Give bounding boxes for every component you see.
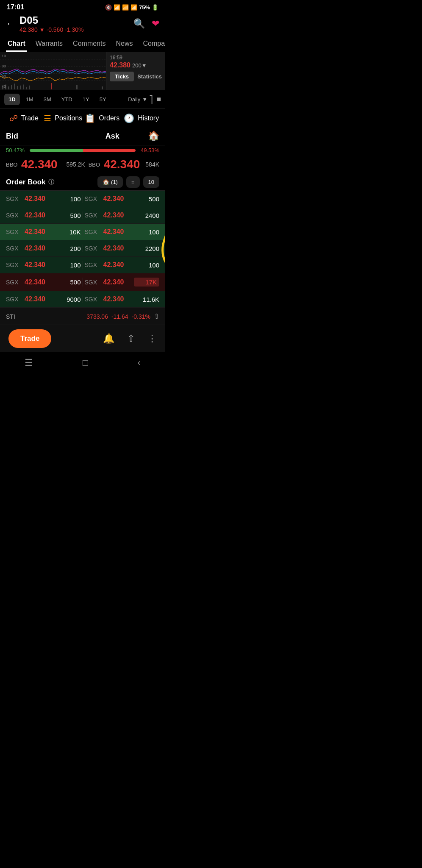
positions-action[interactable]: ☰ Positions [44,113,83,123]
status-time: 17:01 [7,3,24,11]
chart-grid-icon[interactable]: ■ [156,95,161,104]
search-icon[interactable]: 🔍 [133,18,145,29]
bid-price: 42.340 [25,278,56,286]
bid-qty: 500 [56,278,81,286]
period-1d[interactable]: 1D [4,94,20,105]
positions-icon: ☰ [44,113,51,123]
tab-company[interactable]: Company [141,36,165,52]
svg-rect-10 [20,86,21,89]
ask-exchange: SGX [85,228,103,235]
battery-pct: 75% [139,4,150,11]
status-icons: 🔇 📶 📶 📶 75% 🔋 [105,4,158,11]
sliders-icon: ≡ [131,179,135,185]
nav-tabs: Chart Warrants Comments News Company [0,36,165,52]
table-row: SGX 42.340 500 SGX 42.340 2400 [0,207,165,224]
chart-panel: 16:59 42.380 200▼ Ticks Statistics [106,52,165,90]
bid-price: 42.340 [25,195,56,203]
orders-icon: 📋 [85,113,95,123]
bid-pct: 50.47% [6,147,28,153]
bottom-nav-icons: 🔔 ⇧ ⋮ [51,333,157,344]
back-button-sys[interactable]: ‹ [137,357,140,368]
tab-chart[interactable]: Chart [6,36,27,52]
table-row: SGX 42.340 100 SGX 42.340 100 [0,257,165,273]
ask-label: Ask [77,132,148,141]
period-ytd[interactable]: YTD [57,94,77,105]
bid-exchange: SGX [6,245,25,252]
recents-button[interactable]: ☰ [25,357,33,368]
chart-canvas[interactable]: 10 80 60 40 30 [0,52,106,90]
bbo-row: BBO 42.340 595.2K BBO 42.340 584K [0,155,165,174]
bid-qty: 200 [56,245,81,252]
svg-rect-9 [17,86,18,89]
trade-button[interactable]: Trade [8,329,51,348]
period-1y[interactable]: 1Y [78,94,94,105]
bid-qty: 100 [56,195,81,203]
bank-small-icon: 🏠 [103,179,109,185]
info-icon[interactable]: ⓘ [48,178,54,186]
tab-comments[interactable]: Comments [71,36,107,52]
ask-qty: 100 [134,262,159,269]
chart-line-icon[interactable]: ⎤ [149,95,153,104]
tab-news[interactable]: News [114,36,134,52]
depth-button[interactable]: 10 [143,176,159,188]
order-book-title: Order Book ⓘ [6,178,97,186]
trade-action[interactable]: ☍ Trade [4,113,44,123]
ask-qty: 17K [134,278,159,287]
system-nav: ☰ □ ‹ [0,352,165,372]
settings-button[interactable]: ≡ [126,176,140,188]
sti-expand-icon[interactable]: ⇧ [154,312,159,320]
back-button[interactable]: ← [6,18,15,29]
ask-exchange: SGX [85,195,103,202]
period-row: 1D 1M 3M YTD 1Y 5Y Daily▼ ⎤ ■ [0,90,165,109]
sti-change: -11.64 [111,313,128,320]
bank-icon[interactable]: 🏠 [148,131,159,142]
history-action[interactable]: 🕐 History [122,113,161,123]
svg-rect-8 [14,83,15,89]
bid-exchange: SGX [6,262,25,268]
bbo-ask-vol: 584K [145,161,159,168]
chart-vol-display: 200▼ [132,62,147,69]
ask-pct: 49.53% [137,147,159,153]
table-row: SGX 42.340 500 SGX 42.340 17K [0,273,165,291]
chart-ylabels: 10 80 60 40 30 [2,54,6,90]
order-book-controls: 🏠 (1) ≡ 10 [97,176,159,188]
bid-exchange: SGX [6,296,25,303]
bid-exchange: SGX [6,212,25,219]
bid-exchange: SGX [6,195,25,202]
favorite-icon[interactable]: ❤ [152,18,159,29]
period-3m[interactable]: 3M [39,94,56,105]
bid-price: 42.340 [25,228,56,236]
svg-rect-7 [11,85,12,89]
svg-rect-16 [102,86,103,89]
ask-exchange: SGX [85,245,103,252]
period-1m[interactable]: 1M [22,94,38,105]
ticks-stats-row: Ticks Statistics [110,72,162,81]
alert-icon[interactable]: 🔔 [103,333,114,344]
bbo-bid-price: 42.340 [21,158,63,171]
ticker-name: D05 [19,14,83,26]
statistics-button[interactable]: Statistics [137,72,162,81]
ask-exchange: SGX [85,296,103,303]
tab-warrants[interactable]: Warrants [34,36,64,52]
ticks-button[interactable]: Ticks [110,72,134,81]
ask-price: 42.340 [103,245,134,252]
ask-price: 42.340 [103,228,134,236]
bid-ask-header: Bid Ask 🏠 [0,127,165,145]
ask-qty: 2400 [134,212,159,219]
ask-price: 42.340 [103,278,134,286]
ask-qty: 100 [134,228,159,236]
period-daily[interactable]: Daily▼ [128,96,147,103]
ask-qty: 500 [134,195,159,203]
home-button[interactable]: □ [83,357,88,368]
bank-filter-button[interactable]: 🏠 (1) [97,176,123,188]
period-5y[interactable]: 5Y [95,94,111,105]
sti-label: STI [6,313,86,320]
more-options-icon[interactable]: ⋮ [147,333,157,344]
bid-label: Bid [6,132,77,141]
sti-price: 3733.06 [86,313,108,320]
bbo-ask-label: BBO [89,161,104,168]
bid-exchange: SGX [6,228,25,235]
svg-rect-15 [76,85,78,89]
orders-action[interactable]: 📋 Orders [83,113,122,123]
share-icon[interactable]: ⇧ [127,333,135,344]
